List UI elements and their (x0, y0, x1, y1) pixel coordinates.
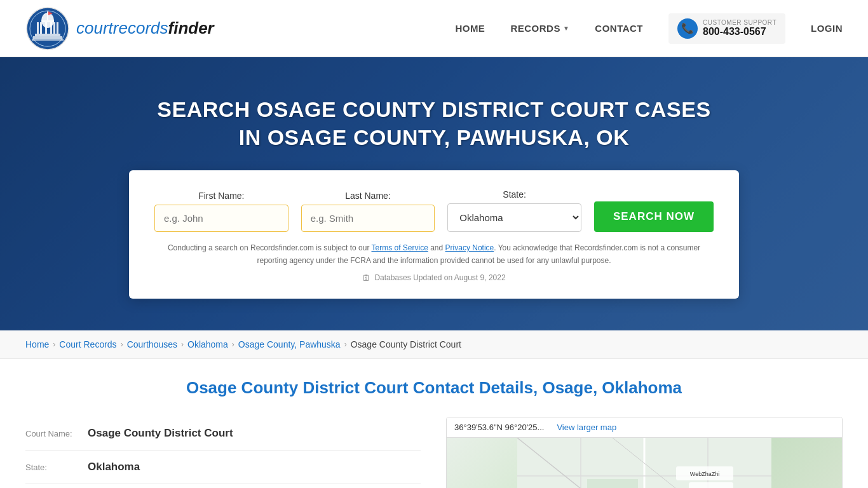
state-group: State: Oklahoma Alabama Alaska Arizona A… (447, 189, 581, 232)
state-row: State: Oklahoma (25, 451, 421, 484)
breadcrumb: Home › Court Records › Courthouses › Okl… (0, 330, 868, 359)
support-text: CUSTOMER SUPPORT 800-433-0567 (703, 19, 776, 37)
hero-title: SEARCH OSAGE COUNTY DISTRICT COURT CASES… (148, 95, 720, 151)
state-select[interactable]: Oklahoma Alabama Alaska Arizona Arkansas… (447, 203, 581, 232)
svg-rect-4 (37, 22, 39, 34)
last-name-group: Last Name: (301, 191, 435, 232)
breadcrumb-oklahoma[interactable]: Oklahoma (187, 339, 228, 349)
map-view-larger[interactable]: View larger map (557, 423, 616, 432)
disclaimer-text: Conducting a search on Recordsfinder.com… (154, 242, 714, 266)
breadcrumb-sep-1: › (53, 340, 55, 349)
svg-rect-10 (35, 34, 60, 36)
breadcrumb-sep-5: › (344, 340, 347, 349)
login-button[interactable]: LOGIN (811, 23, 843, 34)
court-name-row: Court Name: Osage County District Court (25, 417, 421, 451)
court-name-label: Court Name: (25, 429, 83, 438)
nav-records[interactable]: RECORDS ▼ (510, 23, 569, 34)
svg-rect-12 (32, 39, 64, 41)
last-name-input[interactable] (301, 205, 435, 232)
db-updated: 🗓 Databases Updated on August 9, 2022 (154, 273, 714, 283)
search-button[interactable]: SEARCH NOW (594, 201, 714, 232)
state-detail-value: Oklahoma (88, 461, 140, 473)
hero-section: SEARCH OSAGE COUNTY DISTRICT COURT CASES… (0, 57, 868, 330)
site-header: courtrecordsfinder HOME RECORDS ▼ CONTAC… (0, 0, 868, 57)
first-name-label: First Name: (154, 191, 288, 201)
svg-rect-25 (587, 479, 638, 488)
search-fields: First Name: Last Name: State: Oklahoma A… (154, 189, 714, 232)
hero-content: SEARCH OSAGE COUNTY DISTRICT COURT CASES… (25, 95, 843, 299)
logo[interactable]: courtrecordsfinder (25, 6, 214, 51)
breadcrumb-current: Osage County District Court (351, 339, 461, 349)
svg-rect-9 (57, 22, 58, 34)
map-coords: 36°39'53.6"N 96°20'25... (454, 423, 544, 432)
logo-text: courtrecordsfinder (76, 18, 214, 38)
map-placeholder: WebZhaZhi Center Hotel Whiting Osage Nat… (447, 438, 842, 488)
search-card: First Name: Last Name: State: Oklahoma A… (129, 170, 739, 298)
tos-link[interactable]: Terms of Service (372, 243, 428, 252)
state-detail-label: State: (25, 463, 83, 472)
logo-icon (25, 6, 70, 51)
support-area[interactable]: 📞 CUSTOMER SUPPORT 800-433-0567 (668, 13, 785, 44)
details-map-row: Court Name: Osage County District Court … (25, 417, 843, 488)
breadcrumb-home[interactable]: Home (25, 339, 49, 349)
map-header: 36°39'53.6"N 96°20'25... View larger map (447, 417, 842, 438)
details-table: Court Name: Osage County District Court … (25, 417, 421, 484)
breadcrumb-courthouses[interactable]: Courthouses (127, 339, 177, 349)
privacy-link[interactable]: Privacy Notice (445, 243, 494, 252)
breadcrumb-sep-4: › (232, 340, 234, 349)
svg-rect-7 (50, 22, 52, 34)
breadcrumb-sep-3: › (181, 340, 184, 349)
court-name-value: Osage County District Court (88, 427, 233, 440)
svg-rect-11 (33, 36, 62, 39)
state-label: State: (447, 189, 581, 200)
svg-rect-3 (41, 20, 54, 22)
breadcrumb-court-records[interactable]: Court Records (59, 339, 116, 349)
chevron-down-icon: ▼ (563, 25, 569, 32)
map-area: 36°39'53.6"N 96°20'25... View larger map (446, 417, 843, 488)
main-nav: HOME RECORDS ▼ CONTACT 📞 CUSTOMER SUPPOR… (455, 13, 843, 44)
first-name-group: First Name: (154, 191, 288, 232)
svg-rect-6 (45, 22, 47, 34)
breadcrumb-osage-pawhuska[interactable]: Osage County, Pawhuska (238, 339, 341, 349)
svg-text:WebZhaZhi: WebZhaZhi (690, 471, 719, 477)
svg-rect-5 (40, 22, 42, 34)
svg-rect-8 (53, 22, 55, 34)
first-name-input[interactable] (154, 205, 288, 232)
calendar-icon: 🗓 (362, 273, 370, 283)
section-title: Osage County District Court Contact Deta… (25, 378, 843, 398)
breadcrumb-sep-2: › (121, 340, 123, 349)
svg-rect-13 (47, 11, 48, 20)
nav-contact[interactable]: CONTACT (595, 23, 643, 34)
nav-home[interactable]: HOME (455, 23, 485, 34)
phone-icon: 📞 (677, 18, 698, 39)
last-name-label: Last Name: (301, 191, 435, 201)
main-content: Osage County District Court Contact Deta… (0, 359, 868, 488)
